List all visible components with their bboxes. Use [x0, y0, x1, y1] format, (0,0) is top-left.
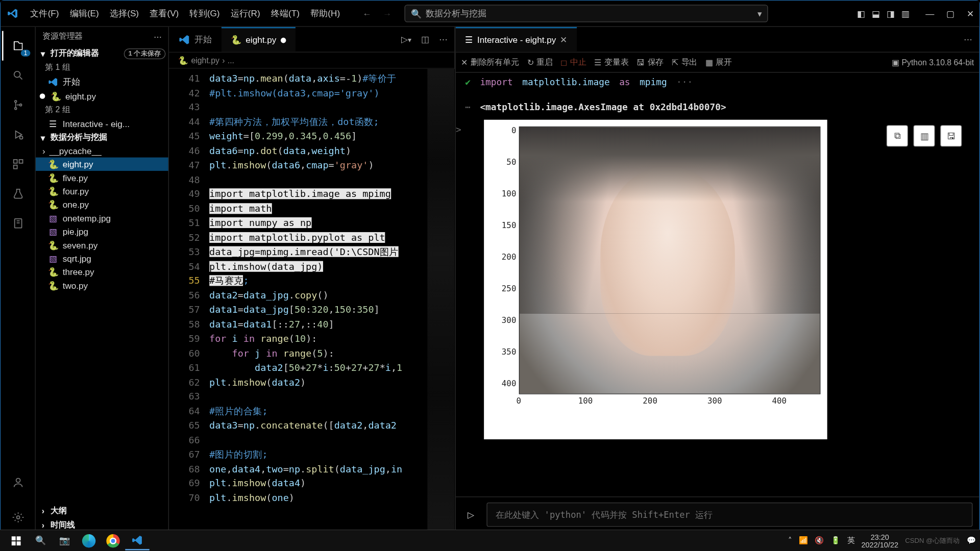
code-gutter-icon[interactable]: </>	[456, 122, 461, 137]
menu-run[interactable]: 运行(R)	[225, 8, 265, 20]
accounts-icon[interactable]	[2, 467, 34, 497]
layout-right-icon[interactable]: ◨	[887, 8, 895, 18]
nav-back-icon[interactable]: ←	[359, 6, 375, 22]
interactive-body: ✔import matplotlib.image as mpimg ··· ⋯<…	[456, 72, 979, 496]
settings-gear-icon[interactable]	[2, 503, 34, 532]
task-search-icon[interactable]: 🔍	[28, 531, 52, 550]
chrome-icon[interactable]	[101, 531, 125, 550]
stop-button[interactable]: ◻ 中止	[560, 57, 586, 68]
variables-button[interactable]: ☰ 变量表	[594, 57, 628, 68]
tray-ime[interactable]: 英	[847, 536, 855, 546]
file-four[interactable]: 🐍four.py	[36, 184, 168, 197]
menu-terminal[interactable]: 终端(T)	[265, 8, 305, 20]
outline-header[interactable]: ›大纲	[36, 504, 168, 518]
file-two[interactable]: 🐍two.py	[36, 279, 168, 292]
edge-icon[interactable]	[77, 531, 101, 550]
tray-action-center-icon[interactable]: 💬	[967, 536, 976, 545]
expand-plot-button[interactable]: ▥	[913, 125, 935, 146]
folder-header[interactable]: ▾数据分析与挖掘	[36, 131, 168, 145]
menu-file[interactable]: 文件(F)	[25, 8, 64, 20]
titlebar: 文件(F) 编辑(E) 选择(S) 查看(V) 转到(G) 运行(R) 终端(T…	[1, 1, 979, 27]
start-menu-icon[interactable]	[4, 531, 28, 550]
file-one[interactable]: 🐍one.py	[36, 198, 168, 211]
editor-tabs: 开始 🐍eight.py ▷▾ ◫ ⋯	[169, 27, 454, 53]
export-button[interactable]: ⇱ 导出	[672, 57, 697, 68]
vscode-task-icon[interactable]	[125, 531, 149, 550]
layout-left-icon[interactable]: ◧	[857, 8, 865, 18]
camera-app-icon[interactable]: 📷	[53, 531, 77, 550]
split-editor-icon[interactable]: ◫	[421, 34, 429, 44]
plot-image	[519, 127, 821, 394]
menu-goto[interactable]: 转到(G)	[184, 8, 225, 20]
close-window-icon[interactable]: ✕	[967, 8, 974, 18]
folder-pycache[interactable]: ›__pycache__	[36, 145, 168, 158]
editor-pane: 开始 🐍eight.py ▷▾ ◫ ⋯ 🐍eight.py › ... 4142…	[169, 27, 455, 532]
restart-button[interactable]: ↻ 重启	[527, 57, 553, 68]
search-icon: 🔍	[411, 8, 422, 18]
more-icon[interactable]: ⋯	[154, 32, 162, 41]
svg-rect-14	[17, 541, 21, 545]
interactive-input-row: ▷	[456, 496, 979, 532]
open-editor-start[interactable]: 开始	[36, 74, 168, 89]
file-onetemp[interactable]: ▧onetemp.jpg	[36, 211, 168, 224]
expand-button[interactable]: ▦ 展开	[705, 57, 731, 68]
open-editor-eight[interactable]: 🐍eight.py	[36, 89, 168, 103]
tray-chevron-icon[interactable]: ˄	[788, 536, 792, 545]
svg-rect-11	[12, 536, 16, 540]
save-button[interactable]: 🖫 保存	[636, 57, 664, 68]
tab-start[interactable]: 开始	[169, 27, 222, 52]
tab-eight[interactable]: 🐍eight.py	[222, 27, 295, 52]
file-five[interactable]: 🐍five.py	[36, 171, 168, 184]
layout-bottom-icon[interactable]: ⬓	[872, 8, 880, 18]
code-editor[interactable]: 4142434445464748495051525354555657585960…	[169, 69, 454, 533]
menu-select[interactable]: 选择(S)	[104, 8, 144, 20]
more-tab-icon[interactable]: ⋯	[439, 34, 448, 44]
search-activity-icon[interactable]	[2, 61, 34, 90]
group-2-label: 第 2 组	[36, 103, 168, 117]
activity-bar: 1	[1, 27, 36, 532]
execute-button[interactable]: ▷	[462, 510, 480, 520]
file-eight[interactable]: 🐍eight.py	[36, 158, 168, 171]
open-editor-interactive[interactable]: ☰Interactive - eig...	[36, 117, 168, 130]
nav-forward-icon[interactable]: →	[379, 6, 396, 22]
run-button[interactable]: ▷▾	[401, 34, 412, 44]
testing-icon[interactable]	[2, 179, 34, 209]
more-int-icon[interactable]: ⋯	[964, 34, 972, 44]
open-editors-header[interactable]: ▾打开的编辑器1 个未保存	[36, 46, 168, 61]
maximize-icon[interactable]: ▢	[946, 8, 954, 18]
ellipsis-icon[interactable]: ⋯	[465, 100, 471, 114]
copy-plot-button[interactable]: ⧉	[887, 125, 908, 146]
menu-help[interactable]: 帮助(H)	[305, 8, 345, 20]
layout-custom-icon[interactable]: ▥	[901, 8, 910, 18]
breadcrumb[interactable]: 🐍eight.py › ...	[169, 53, 454, 69]
command-center[interactable]: 🔍 数据分析与挖掘 ▾	[405, 5, 768, 22]
minimize-icon[interactable]: —	[925, 8, 934, 18]
tab-interactive[interactable]: ☰Interactive - eight.py✕	[456, 27, 577, 52]
windows-taskbar: 🔍 📷 ˄ 📶 🔇 🔋 英 23:202022/10/22 CSDN @心随而动…	[0, 530, 980, 551]
menu-view[interactable]: 查看(V)	[144, 8, 184, 20]
save-plot-button[interactable]: 🖫	[940, 125, 962, 146]
tray-wifi-icon[interactable]: 📶	[799, 536, 808, 545]
file-sqrt[interactable]: ▧sqrt.jpg	[36, 252, 168, 265]
tray-battery-icon[interactable]: 🔋	[831, 536, 840, 545]
file-three[interactable]: 🐍three.py	[36, 265, 168, 279]
svg-rect-5	[13, 160, 17, 163]
file-pie[interactable]: ▧pie.jpg	[36, 224, 168, 238]
delete-cells-button[interactable]: ✕ 删除所有单元	[461, 57, 519, 68]
file-seven[interactable]: 🐍seven.py	[36, 238, 168, 252]
tray-volume-icon[interactable]: 🔇	[815, 536, 824, 545]
close-tab-icon[interactable]: ✕	[560, 35, 568, 45]
svg-rect-13	[12, 541, 16, 545]
source-control-icon[interactable]	[2, 90, 34, 120]
explorer-icon[interactable]: 1	[2, 31, 34, 61]
run-debug-icon[interactable]	[2, 120, 34, 149]
docs-icon[interactable]	[2, 209, 34, 238]
kernel-picker[interactable]: ▣ Python 3.10.8 64-bit	[892, 58, 974, 67]
menu-edit[interactable]: 编辑(E)	[64, 8, 104, 20]
minimap[interactable]	[427, 69, 454, 533]
interactive-input[interactable]	[486, 503, 972, 527]
plot-output: 0 50 100 150 200 250 300 350 400 0 100 2…	[484, 120, 827, 439]
code-content[interactable]: data3=np.mean(data,axis=-1)#等价于 #plt.ims…	[209, 69, 427, 533]
extensions-icon[interactable]	[2, 149, 34, 179]
tray-clock[interactable]: 23:202022/10/22	[861, 533, 898, 549]
